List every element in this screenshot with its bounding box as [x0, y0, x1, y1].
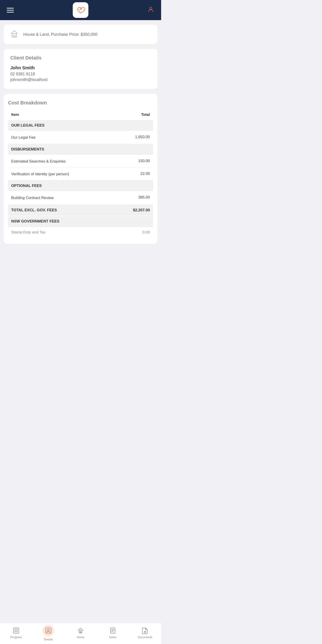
menu-icon[interactable] — [7, 8, 14, 12]
total-excl-label: TOTAL EXCL. GOV. FEES — [11, 208, 57, 212]
line-item-searches: Estimated Searches & Enquiries 150.00 — [8, 155, 153, 168]
client-phone: 02 9381 9118 — [10, 72, 151, 76]
svg-point-0 — [150, 7, 152, 10]
client-email: johnsmith@localhost — [10, 77, 151, 82]
line-item-legal-fee: Our Legal Fee 1,650.00 — [8, 131, 153, 144]
col-total-header: Total — [141, 112, 150, 117]
line-value-voi: 22.00 — [140, 172, 150, 176]
total-excl-value: $2,207.00 — [133, 208, 150, 212]
section-label-legal: OUR LEGAL FEES — [11, 123, 45, 128]
section-label-optional: OPTIONAL FEES — [11, 184, 42, 188]
section-gov-fees: NSW GOVERNMENT FEES — [8, 216, 153, 227]
section-optional-fees: OPTIONAL FEES — [8, 180, 153, 191]
line-label-bcr: Building Contract Review — [11, 195, 54, 200]
client-details-card: Client Details John Smith 02 9381 9118 j… — [4, 49, 158, 89]
section-label-disbursements: DISBURSEMENTS — [11, 147, 44, 152]
app-logo — [73, 2, 88, 18]
line-item-voi: Verification of Identity (per person) 22… — [8, 168, 153, 181]
line-value-bcr: 385.00 — [138, 195, 150, 200]
line-label-stamp-duty: Stamp Duty and Tax — [11, 230, 46, 234]
cost-section-title: Cost Breakdown — [8, 100, 153, 106]
line-item-stamp-duty: Stamp Duty and Tax 0.00 — [8, 227, 153, 238]
total-excl-gov-row: TOTAL EXCL. GOV. FEES $2,207.00 — [8, 205, 153, 216]
line-value-stamp-duty: 0.00 — [143, 230, 150, 234]
line-value-searches: 150.00 — [138, 159, 150, 163]
client-name: John Smith — [10, 65, 151, 70]
line-value-legal-fee: 1,650.00 — [135, 135, 150, 139]
section-label-gov: NSW GOVERNMENT FEES — [11, 219, 59, 224]
home-icon — [10, 30, 19, 39]
cost-breakdown-card: Cost Breakdown Item Total OUR LEGAL FEES… — [4, 94, 158, 244]
user-icon[interactable] — [147, 6, 154, 14]
line-label-searches: Estimated Searches & Enquiries — [11, 159, 66, 164]
line-item-bcr: Building Contract Review 385.00 — [8, 192, 153, 204]
client-section-title: Client Details — [10, 55, 151, 61]
main-content: House & Land, Purchase Price: $350,000 C… — [0, 20, 161, 266]
app-header — [0, 0, 161, 20]
line-label-voi: Verification of Identity (per person) — [11, 172, 69, 177]
section-legal-fees: OUR LEGAL FEES — [8, 120, 153, 131]
table-header: Item Total — [8, 110, 153, 119]
property-card: House & Land, Purchase Price: $350,000 — [4, 24, 158, 44]
col-item-header: Item — [11, 112, 19, 117]
svg-rect-2 — [14, 35, 15, 37]
property-text: House & Land, Purchase Price: $350,000 — [23, 32, 97, 37]
line-label-legal-fee: Our Legal Fee — [11, 135, 36, 140]
section-disbursements: DISBURSEMENTS — [8, 144, 153, 155]
